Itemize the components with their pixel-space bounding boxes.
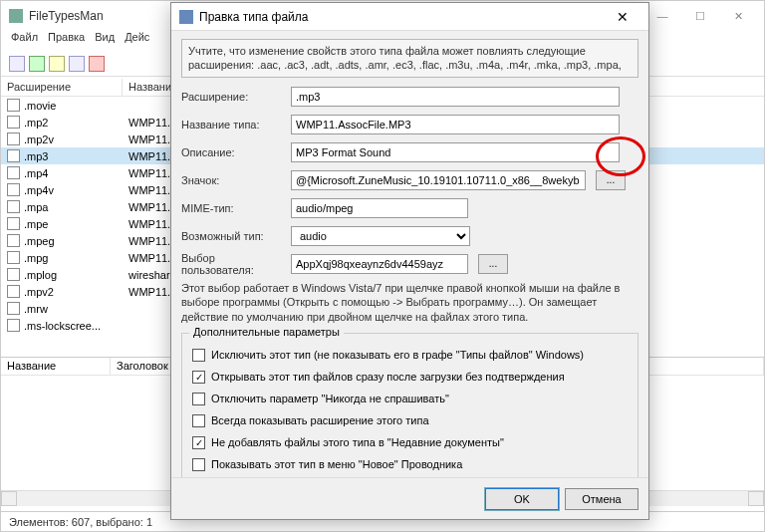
- checkbox-row[interactable]: Не открывать внутри окна браузера: [192, 475, 628, 477]
- row-ext: .mp4v: [24, 184, 54, 196]
- row-ext: .mp4: [24, 167, 48, 179]
- dialog-icon: [179, 10, 193, 24]
- file-icon: [7, 116, 20, 129]
- file-icon: [7, 319, 20, 332]
- additional-options-group: Дополнительные параметры Исключить этот …: [181, 333, 638, 477]
- description-field[interactable]: [291, 142, 620, 162]
- file-icon: [7, 166, 20, 179]
- properties-icon[interactable]: [49, 56, 65, 72]
- copy-icon[interactable]: [29, 56, 45, 72]
- checkbox[interactable]: [192, 393, 205, 405]
- label-user-choice: Выбор пользователя:: [181, 252, 285, 276]
- userchoice-hint: Этот выбор работает в Windows Vista/7 пр…: [181, 281, 638, 326]
- checkbox-row[interactable]: Открывать этот тип файлов сразу после за…: [192, 366, 628, 388]
- mime-field[interactable]: [291, 198, 468, 218]
- cancel-button[interactable]: Отмена: [565, 488, 638, 510]
- checkbox[interactable]: [192, 349, 205, 362]
- dialog-close-button[interactable]: ✕: [605, 5, 640, 29]
- file-icon: [7, 99, 20, 112]
- label-perceived-type: Возможный тип:: [181, 230, 285, 242]
- minimize-button[interactable]: —: [644, 4, 680, 28]
- checkbox-label: Открывать этот тип файлов сразу после за…: [211, 371, 565, 383]
- label-typename: Название типа:: [181, 119, 285, 131]
- refresh-icon[interactable]: [69, 56, 85, 72]
- window-buttons: — ☐ ✕: [644, 4, 756, 28]
- label-description: Описание:: [181, 146, 285, 158]
- file-icon: [7, 268, 20, 281]
- checkbox-label: Показывать этот тип в меню "Новое" Прово…: [211, 458, 462, 470]
- close-button[interactable]: ✕: [720, 4, 756, 28]
- file-icon: [7, 183, 20, 196]
- menu-edit[interactable]: Правка: [48, 31, 85, 51]
- row-ext: .mplog: [24, 269, 57, 281]
- checkbox-label: Исключить этот тип (не показывать его в …: [211, 349, 584, 361]
- dialog-titlebar[interactable]: Правка типа файла ✕: [171, 3, 648, 31]
- checkbox-row[interactable]: Исключить этот тип (не показывать его в …: [192, 344, 628, 366]
- checkbox[interactable]: [192, 371, 205, 384]
- row-ext: .mpg: [24, 252, 48, 264]
- dialog-title: Правка типа файла: [199, 10, 309, 24]
- file-icon: [7, 234, 20, 247]
- extension-field[interactable]: [291, 87, 620, 107]
- dialog-buttons: OK Отмена: [171, 477, 648, 519]
- checkbox-row[interactable]: Отключить параметр "Никогда не спрашиват…: [192, 388, 628, 409]
- file-icon: [7, 149, 20, 162]
- file-icon: [7, 285, 20, 298]
- row-ext: .mp3: [24, 150, 48, 162]
- label-extension: Расширение:: [181, 91, 285, 103]
- menu-actions[interactable]: Дейс: [125, 31, 149, 51]
- scroll-left-icon[interactable]: [1, 491, 17, 506]
- dialog-notice: Учтите, что изменение свойств этого типа…: [181, 39, 638, 78]
- icon-field[interactable]: [291, 170, 586, 190]
- checkbox-row[interactable]: Всегда показывать расширение этого типа: [192, 409, 628, 431]
- dialog-body: Учтите, что изменение свойств этого типа…: [171, 31, 648, 477]
- checkbox-row[interactable]: Показывать этот тип в меню "Новое" Прово…: [192, 453, 628, 475]
- row-ext: .mpv2: [24, 286, 54, 298]
- row-ext: .mpa: [24, 201, 48, 213]
- file-icon: [7, 200, 20, 213]
- ok-button[interactable]: OK: [485, 488, 559, 510]
- userchoice-browse-button[interactable]: ...: [478, 254, 508, 274]
- maximize-button[interactable]: ☐: [682, 4, 718, 28]
- checkbox[interactable]: [192, 414, 205, 427]
- group-title: Дополнительные параметры: [189, 326, 344, 338]
- app-icon: [9, 9, 23, 23]
- row-ext: .movie: [24, 100, 56, 112]
- col-extension[interactable]: Расширение: [1, 79, 123, 96]
- options-icon[interactable]: [89, 56, 105, 72]
- checkbox-label: Отключить параметр "Никогда не спрашиват…: [211, 393, 449, 404]
- row-ext: .mrw: [24, 303, 48, 315]
- perceived-type-select[interactable]: audio: [291, 226, 470, 246]
- menu-view[interactable]: Вид: [95, 31, 115, 51]
- userchoice-field[interactable]: [291, 254, 468, 274]
- label-mime: MIME-тип:: [181, 202, 285, 214]
- row-ext: .mpeg: [24, 235, 55, 247]
- lower-col-name[interactable]: Название: [1, 358, 111, 375]
- file-icon: [7, 251, 20, 264]
- status-text: Элементов: 607, выбрано: 1: [9, 516, 152, 528]
- checkbox[interactable]: [192, 458, 205, 471]
- checkbox-label: Всегда показывать расширение этого типа: [211, 414, 429, 426]
- checkbox-label: Не добавлять файлы этого типа в "Недавни…: [211, 436, 504, 448]
- scroll-right-icon[interactable]: [748, 491, 764, 506]
- label-icon: Значок:: [181, 174, 285, 186]
- save-icon[interactable]: [9, 56, 25, 72]
- icon-browse-button[interactable]: ...: [596, 170, 626, 190]
- file-icon: [7, 133, 20, 145]
- row-ext: .ms-lockscree...: [24, 320, 101, 332]
- file-icon: [7, 217, 20, 230]
- edit-filetype-dialog: Правка типа файла ✕ Учтите, что изменени…: [170, 2, 649, 520]
- row-ext: .mp2: [24, 117, 48, 129]
- row-ext: .mpe: [24, 218, 48, 230]
- menu-file[interactable]: Файл: [11, 31, 38, 51]
- app-title: FileTypesMan: [29, 9, 104, 23]
- file-icon: [7, 302, 20, 315]
- typename-field[interactable]: [291, 115, 620, 134]
- row-ext: .mp2v: [24, 133, 54, 145]
- checkbox[interactable]: [192, 436, 205, 449]
- checkbox-row[interactable]: Не добавлять файлы этого типа в "Недавни…: [192, 431, 628, 453]
